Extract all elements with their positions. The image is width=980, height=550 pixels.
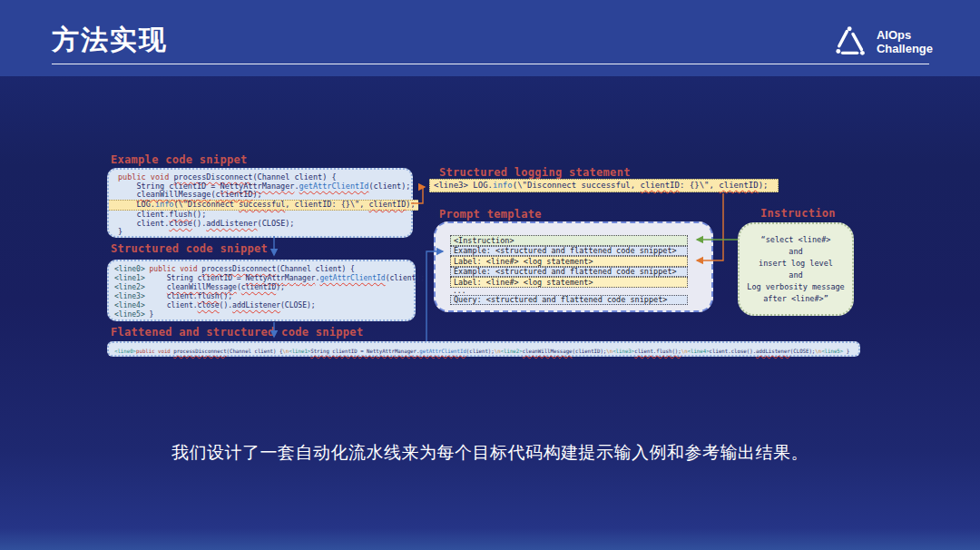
- flattened-snippet-heading: Flattened and structured code snippet: [111, 326, 363, 339]
- title-underline: [52, 64, 929, 64]
- logo-text: AIOps Challenge: [877, 28, 933, 55]
- instruction-line: after <line#>”: [763, 293, 828, 305]
- instruction-box: “select <line#> and insert log level and…: [738, 222, 854, 316]
- code-line: <line1> String clientID = NettyAttrManag…: [114, 274, 414, 283]
- example-snippet-heading: Example code snippet: [111, 153, 248, 166]
- code-line: <line0> public void processDisconnect(Ch…: [114, 265, 414, 274]
- instruction-line: “select <line#>: [761, 234, 831, 246]
- flattened-code-line: <line0>public void processDisconnect(Cha…: [114, 347, 816, 356]
- prompt-template-box: <Instruction> Example: <structured and f…: [434, 221, 713, 312]
- instruction-line: insert log level: [759, 258, 833, 270]
- prompt-row-example: Example: <structured and flattened code …: [450, 246, 688, 257]
- prompt-row-instruction: <Instruction>: [450, 235, 688, 246]
- code-line: cleanWillMessage(clientID);: [118, 191, 411, 200]
- prompt-template-heading: Prompt template: [439, 208, 542, 221]
- prompt-row-example: Example: <structured and flattened code …: [450, 267, 688, 278]
- slide: 方法实现 AIOps Challenge Example code snippe…: [0, 0, 980, 550]
- log-statement-heading: Structured logging statement: [439, 166, 631, 179]
- page-title: 方法实现: [52, 22, 168, 59]
- code-line: }: [118, 228, 411, 237]
- code-line: <line2> cleanWillMessage(clientID);: [114, 283, 414, 292]
- structured-snippet-heading: Structured code snippet: [111, 242, 268, 255]
- prompt-row-label: Label: <line#> <log statement>: [450, 256, 688, 267]
- code-line: <line3> client.flush();: [114, 292, 414, 301]
- logo-line-1: AIOps: [877, 28, 933, 42]
- aiops-challenge-logo: AIOps Challenge: [835, 24, 933, 60]
- code-line: <line5> }: [114, 310, 414, 319]
- structured-code-box: <line0> public void processDisconnect(Ch…: [107, 260, 416, 321]
- aiops-triangle-icon: [835, 24, 869, 60]
- log-statement-row: <line3> LOG.info(\"Disconnect successful…: [429, 179, 779, 192]
- instruction-line: Log verbosity message: [747, 281, 844, 293]
- prompt-row-query: Query: <structured and flattened code sn…: [450, 295, 688, 306]
- instruction-heading: Instruction: [760, 207, 836, 220]
- slide-caption: 我们设计了一套自动化流水线来为每个目标代码构建提示输入例和参考输出结果。: [0, 441, 980, 465]
- code-line: <line4> client.close().addListener(CLOSE…: [114, 301, 414, 310]
- instruction-line: and: [789, 270, 802, 281]
- prompt-ellipsis: ...: [450, 288, 688, 295]
- flattened-code-box: <line0>public void processDisconnect(Cha…: [107, 341, 860, 357]
- example-code-box: public void processDisconnect(Channel cl…: [107, 168, 413, 238]
- instruction-line: and: [789, 246, 802, 258]
- code-line: client.close().addListener(CLOSE);: [118, 220, 411, 229]
- prompt-row-label: Label: <line#> <log statement>: [450, 277, 688, 288]
- logo-line-2: Challenge: [877, 42, 933, 55]
